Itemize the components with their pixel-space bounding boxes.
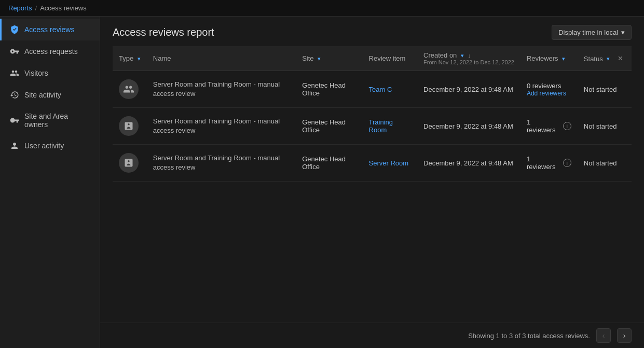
cell-review-item-2: Training Room xyxy=(363,108,418,145)
breadcrumb-bar: Reports / Access reviews xyxy=(0,0,644,17)
pagination-prev-button[interactable]: ‹ xyxy=(596,328,611,343)
table-container: Type ▾ Name Site ▾ Review item xyxy=(100,46,644,323)
owners-icon xyxy=(10,116,19,125)
group-icon xyxy=(119,79,139,99)
cell-reviewers-2: 1 reviewers i xyxy=(520,108,578,145)
cell-created-on-1: December 9, 2022 at 9:48 AM xyxy=(417,71,520,108)
table-row: Server Room and Training Room - manual a… xyxy=(113,71,632,108)
reviewers-count-2: 1 reviewers xyxy=(527,118,560,134)
cell-type-2 xyxy=(113,108,147,145)
cell-status-3: Not started xyxy=(578,145,632,182)
review-item-link-2[interactable]: Training Room xyxy=(369,118,393,134)
cell-name-2: Server Room and Training Room - manual a… xyxy=(147,108,296,145)
cell-name-3: Server Room and Training Room - manual a… xyxy=(147,145,296,182)
shield-icon xyxy=(10,25,19,34)
sidebar-item-site-area-owners[interactable]: Site and Area owners xyxy=(0,106,100,135)
sidebar-item-visitors[interactable]: Visitors xyxy=(0,62,100,84)
door-icon-3 xyxy=(119,153,139,173)
sidebar-item-access-requests[interactable]: Access requests xyxy=(0,40,100,62)
col-reviewers: Reviewers ▾ xyxy=(520,46,578,71)
display-time-button[interactable]: Display time in local ▾ xyxy=(552,25,632,40)
col-review-item: Review item xyxy=(363,46,418,71)
cell-review-item-1: Team C xyxy=(363,71,418,108)
reviewers-filter-icon[interactable]: ▾ xyxy=(562,55,565,62)
cell-status-2: Not started xyxy=(578,108,632,145)
col-created-on: Created on ▾ ↓ From Nov 12, 2022 to Dec … xyxy=(417,46,520,71)
pagination-summary: Showing 1 to 3 of 3 total access reviews… xyxy=(468,332,590,340)
sidebar-label-visitors: Visitors xyxy=(24,69,48,77)
col-type: Type ▾ xyxy=(113,46,147,71)
table-footer: Showing 1 to 3 of 3 total access reviews… xyxy=(100,323,644,348)
cell-site-1: Genetec Head Office xyxy=(296,71,362,108)
col-site: Site ▾ xyxy=(296,46,362,71)
col-type-label: Type xyxy=(119,54,133,62)
clear-filter-icon[interactable]: ✕ xyxy=(616,54,625,63)
reviewers-count-3: 1 reviewers xyxy=(527,155,560,171)
info-icon-3[interactable]: i xyxy=(563,159,571,167)
table-row: Server Room and Training Room - manual a… xyxy=(113,145,632,182)
site-filter-icon[interactable]: ▾ xyxy=(318,55,321,62)
col-reviewers-label: Reviewers xyxy=(527,54,558,62)
cell-status-1: Not started xyxy=(578,71,632,108)
col-name-label: Name xyxy=(153,54,171,62)
info-icon-2[interactable]: i xyxy=(563,122,571,130)
col-created-on-label: Created on xyxy=(423,51,457,59)
cell-reviewers-1: 0 reviewers Add reviewers xyxy=(520,71,578,108)
col-status: Status ▾ ✕ xyxy=(578,46,632,71)
col-site-label: Site xyxy=(302,54,313,62)
created-on-sub: From Nov 12, 2022 to Dec 12, 2022 xyxy=(423,59,514,65)
sidebar-label-site-area-owners: Site and Area owners xyxy=(24,112,91,129)
door-icon xyxy=(119,116,139,136)
cell-type-1 xyxy=(113,71,147,108)
page-title: Access reviews report xyxy=(113,26,214,38)
review-item-link-1[interactable]: Team C xyxy=(369,86,392,93)
sidebar-label-access-reviews: Access reviews xyxy=(24,25,74,34)
created-on-filter-icon[interactable]: ▾ xyxy=(461,52,464,59)
created-on-sort-icon[interactable]: ↓ xyxy=(468,52,471,59)
history-icon xyxy=(10,90,19,100)
sidebar-label-access-requests: Access requests xyxy=(24,47,78,55)
content-header: Access reviews report Display time in lo… xyxy=(100,17,644,46)
sidebar-label-user-activity: User activity xyxy=(24,142,64,150)
row-name-2: Server Room and Training Room - manual a… xyxy=(153,117,290,135)
breadcrumb-current: Access reviews xyxy=(40,4,87,12)
cell-type-3 xyxy=(113,145,147,182)
user-activity-icon xyxy=(10,141,19,150)
sidebar-item-user-activity[interactable]: User activity xyxy=(0,135,100,157)
cell-reviewers-3: 1 reviewers i xyxy=(520,145,578,182)
col-status-label: Status xyxy=(584,54,603,62)
breadcrumb-reports[interactable]: Reports xyxy=(8,4,32,12)
status-filter-icon[interactable]: ▾ xyxy=(607,55,610,62)
sidebar: Access reviews Access requests Visitors … xyxy=(0,17,100,348)
reviewers-cell-3: 1 reviewers i xyxy=(527,155,571,171)
key-icon xyxy=(10,47,19,56)
review-item-link-3[interactable]: Server Room xyxy=(369,159,409,167)
visitor-icon xyxy=(10,68,19,78)
cell-site-2: Genetec Head Office xyxy=(296,108,362,145)
display-time-label: Display time in local xyxy=(558,29,618,36)
cell-created-on-2: December 9, 2022 at 9:48 AM xyxy=(417,108,520,145)
content-area: Access reviews report Display time in lo… xyxy=(100,17,644,348)
col-review-item-label: Review item xyxy=(369,54,406,62)
breadcrumb-separator: / xyxy=(35,4,37,12)
type-filter-icon[interactable]: ▾ xyxy=(138,55,141,62)
sidebar-item-site-activity[interactable]: Site activity xyxy=(0,84,100,106)
reviewers-cell-2: 1 reviewers i xyxy=(527,118,571,134)
cell-name-1: Server Room and Training Room - manual a… xyxy=(147,71,296,108)
row-name-3: Server Room and Training Room - manual a… xyxy=(153,154,290,172)
pagination-next-button[interactable]: › xyxy=(617,328,632,343)
col-name: Name xyxy=(147,46,296,71)
reviewers-count-1: 0 reviewers xyxy=(527,82,571,90)
access-reviews-table: Type ▾ Name Site ▾ Review item xyxy=(113,46,632,182)
cell-site-3: Genetec Head Office xyxy=(296,145,362,182)
row-name-1: Server Room and Training Room - manual a… xyxy=(153,80,290,99)
table-header-row: Type ▾ Name Site ▾ Review item xyxy=(113,46,632,71)
chevron-down-icon: ▾ xyxy=(621,29,625,36)
cell-review-item-3: Server Room xyxy=(363,145,418,182)
main-layout: Access reviews Access requests Visitors … xyxy=(0,17,644,348)
sidebar-item-access-reviews[interactable]: Access reviews xyxy=(0,19,100,40)
sidebar-label-site-activity: Site activity xyxy=(24,91,61,99)
cell-created-on-3: December 9, 2022 at 9:48 AM xyxy=(417,145,520,182)
table-row: Server Room and Training Room - manual a… xyxy=(113,108,632,145)
add-reviewers-link[interactable]: Add reviewers xyxy=(527,90,571,97)
